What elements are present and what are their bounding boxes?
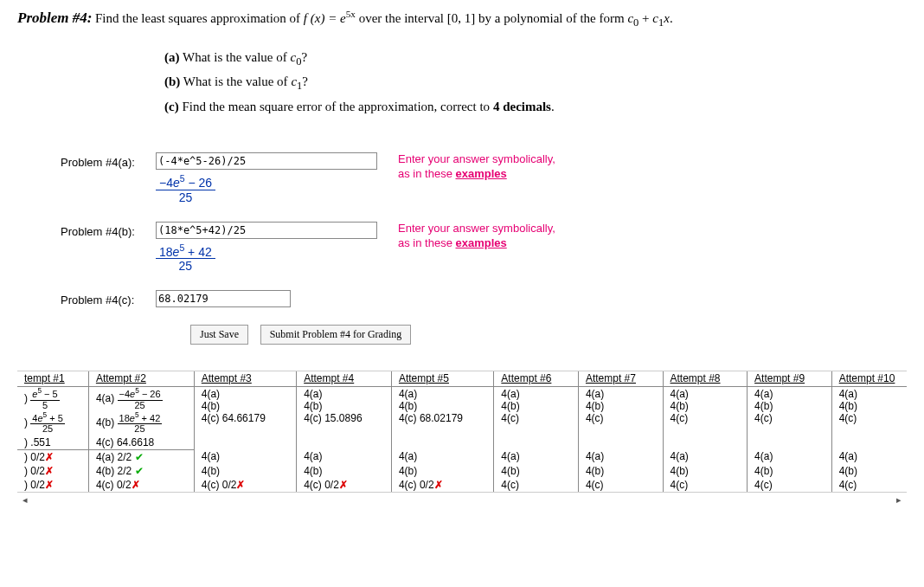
parts-list: (a) What is the value of c0? (b) What is…: [164, 47, 907, 118]
cell: 4(b): [194, 464, 296, 478]
cell-a: 4(a): [839, 388, 857, 400]
answer-c-label: Problem #4(c):: [61, 290, 156, 306]
hint-line1: Enter your answer symbolically,: [398, 152, 555, 165]
cell: 4(b): [391, 464, 493, 478]
cell-b: 4(b): [399, 400, 417, 412]
cell-b: 4(b): [202, 400, 220, 412]
cell: 4(a)4(b)4(c) 15.0896: [297, 387, 392, 450]
cell-pre: 4(b): [96, 416, 114, 429]
attempts-hdr-6[interactable]: Attempt #6: [494, 371, 579, 387]
fx: f (x) = e: [304, 11, 346, 25]
just-save-button[interactable]: Just Save: [190, 325, 248, 345]
scroll-left-icon[interactable]: ◂: [22, 494, 28, 506]
attempts-hdr-9[interactable]: Attempt #9: [748, 371, 832, 387]
cell: 4(c): [494, 478, 579, 492]
part-b-q: ?: [302, 74, 308, 88]
cell: ) 0/2✗: [17, 478, 88, 492]
c1-var: c: [652, 11, 658, 25]
attempts-table: tempt #1 Attempt #2 Attempt #3 Attempt #…: [17, 371, 907, 492]
cell-c: 4(c): [754, 412, 773, 424]
hint-b-line2-pre: as in these: [398, 236, 456, 249]
cell-b: 4(b): [754, 400, 773, 412]
cell-a: 4(a): [501, 388, 519, 400]
cell: 4(a)4(b)4(c): [578, 387, 663, 450]
x-icon: ✗: [236, 479, 245, 491]
part-a-text: What is the value of: [180, 50, 291, 64]
cell-c: 4(c) 68.02179: [399, 412, 463, 424]
attempts-hdr-7[interactable]: Attempt #7: [578, 371, 663, 387]
cell: 4(a) 2/2 ✔: [88, 449, 194, 464]
cell-c: 4(c): [839, 412, 857, 424]
cell-text: ) 0/2: [24, 479, 45, 491]
x-icon: ✗: [45, 451, 54, 463]
cell: 4(a)4(b)4(c): [831, 387, 907, 450]
cell: ) 4e5 + 525: [17, 411, 88, 435]
answer-a-input[interactable]: [156, 152, 377, 170]
cell-pre: 4(a): [96, 392, 114, 404]
attempts-hdr-10[interactable]: Attempt #10: [831, 371, 907, 387]
x-icon: ✗: [339, 479, 348, 491]
cell-text: 4(c) 0/2: [399, 479, 434, 491]
answer-a-label: Problem #4(a):: [61, 152, 156, 169]
examples-link[interactable]: examples: [456, 167, 507, 180]
cell: 4(c): [748, 478, 832, 492]
cell: ) e5 − 55: [17, 387, 88, 411]
table-row: ) 0/2✗ 4(c) 0/2✗ 4(c) 0/2✗ 4(c) 0/2✗ 4(c…: [17, 478, 907, 492]
cell-b: 4(b): [586, 400, 604, 412]
scroll-indicator: ◂ ▸: [17, 492, 907, 507]
cell: 4(c) 0/2✗: [194, 478, 296, 492]
poly-plus: +: [638, 11, 652, 25]
x-icon: ✗: [45, 479, 54, 491]
hint-b: Enter your answer symbolically, as in th…: [398, 222, 555, 251]
cell: 4(b): [297, 464, 392, 478]
cell-c: 4(c): [671, 412, 689, 424]
attempts-hdr-3[interactable]: Attempt #3: [194, 371, 296, 387]
cell: 4(b): [831, 464, 907, 478]
submit-button[interactable]: Submit Problem #4 for Grading: [260, 325, 412, 345]
part-c: (c) Find the mean square error of the ap…: [164, 96, 907, 119]
hint-line2-pre: as in these: [398, 167, 456, 180]
attempts-scroll[interactable]: tempt #1 Attempt #2 Attempt #3 Attempt #…: [17, 371, 907, 492]
cell: 4(b): [578, 464, 663, 478]
cell-text: ) 0/2: [24, 451, 45, 463]
prompt-mid: over the interval [0, 1] by a polynomial…: [356, 11, 628, 25]
fx-exp: 5x: [346, 9, 356, 19]
cell-a: 4(a): [304, 388, 322, 400]
table-row: ) 0/2✗ 4(a) 2/2 ✔ 4(a) 4(a) 4(a) 4(a) 4(…: [17, 449, 907, 464]
attempts-hdr-1[interactable]: tempt #1: [17, 371, 88, 387]
cell-text: 4(b) 2/2: [96, 465, 135, 477]
scroll-right-icon[interactable]: ▸: [896, 494, 902, 506]
cell: 4(b): [748, 464, 832, 478]
cell: 4(b): [494, 464, 579, 478]
cell: ) 0/2✗: [17, 449, 88, 464]
problem-title: Problem #4:: [17, 10, 92, 26]
cell-c: 4(c): [586, 412, 604, 424]
cell-b: 4(b): [501, 400, 519, 412]
part-b-text: What is the value of: [180, 74, 291, 88]
cell-b: 4(b): [671, 400, 689, 412]
part-b: (b) What is the value of c1?: [164, 71, 907, 95]
attempts-hdr-5[interactable]: Attempt #5: [391, 371, 493, 387]
cell-val: .551: [30, 436, 50, 448]
cell: 4(a): [831, 449, 907, 464]
answer-b-input[interactable]: [156, 222, 377, 239]
cell: 4(a)4(b)4(c): [494, 387, 579, 450]
answer-b-num: 18e5 + 42: [156, 242, 215, 260]
poly-end: .: [670, 11, 673, 25]
cell: ) .551: [17, 435, 88, 450]
x-icon: ✗: [132, 479, 140, 491]
part-b-label: (b): [164, 74, 180, 88]
cell: 4(a): [297, 449, 392, 464]
cell: 4(b): [663, 464, 748, 478]
cell-text: 4(a) 2/2: [96, 451, 135, 463]
answer-c-input[interactable]: [156, 290, 291, 307]
cell-a: 4(a): [399, 388, 417, 400]
part-a-q: ?: [301, 50, 307, 64]
cell-pre: ): [24, 392, 28, 404]
attempts-hdr-4[interactable]: Attempt #4: [297, 371, 392, 387]
examples-link-b[interactable]: examples: [456, 236, 507, 249]
attempts-hdr-2[interactable]: Attempt #2: [88, 371, 194, 387]
hint-b-line1: Enter your answer symbolically,: [398, 222, 555, 235]
attempts-hdr-8[interactable]: Attempt #8: [663, 371, 748, 387]
cell-c: 4(c) 15.0896: [304, 412, 362, 424]
